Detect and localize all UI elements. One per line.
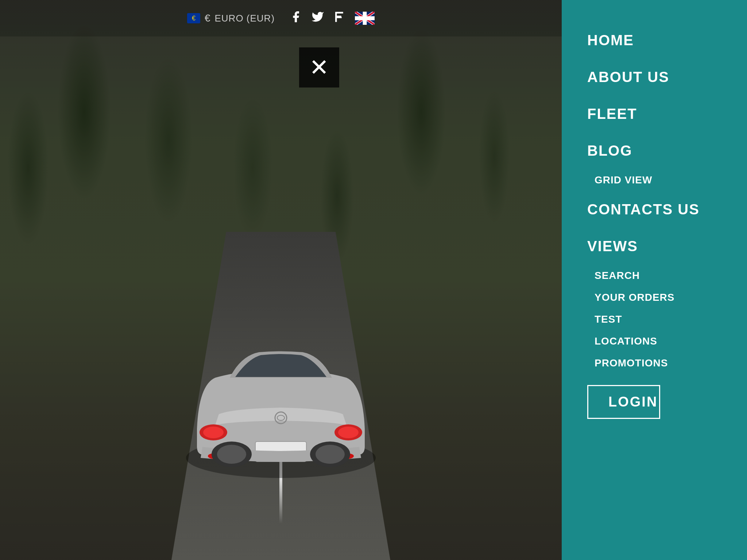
car-image	[168, 312, 394, 487]
facebook-icon[interactable]	[289, 10, 302, 26]
nav-sub-item-locations[interactable]: LOCATIONS	[587, 330, 721, 352]
nav-item-fleet[interactable]: FLEET	[587, 96, 721, 132]
nav-sub-item-grid-view[interactable]: GRID VIEW	[587, 169, 721, 191]
nav-item-about[interactable]: ABOUT US	[587, 59, 721, 96]
page-wrapper: € € EURO (EUR)	[0, 0, 747, 560]
nav-item-blog[interactable]: BLOG	[587, 132, 721, 169]
eu-flag: €	[187, 13, 200, 23]
foursquare-icon[interactable]	[333, 10, 346, 26]
social-icons	[289, 10, 375, 26]
nav-item-contacts[interactable]: CONTACTS US	[587, 191, 721, 228]
nav-item-home[interactable]: HOME	[587, 22, 721, 59]
close-icon: ✕	[309, 56, 329, 79]
top-bar: € € EURO (EUR)	[0, 0, 562, 36]
svg-point-4	[338, 427, 359, 438]
close-button[interactable]: ✕	[299, 47, 339, 88]
nav-sub-item-test[interactable]: TEST	[587, 308, 721, 330]
currency-area[interactable]: € € EURO (EUR)	[187, 12, 275, 24]
euro-symbol: €	[205, 12, 210, 24]
nav-sub-item-search[interactable]: SEARCH	[587, 265, 721, 287]
currency-label: EURO (EUR)	[215, 13, 275, 24]
nav-panel: HOME ABOUT US FLEET BLOG GRID VIEW CONTA…	[562, 0, 747, 560]
twitter-icon[interactable]	[311, 10, 324, 26]
nav-sub-item-your-orders[interactable]: YOUR ORDERS	[587, 287, 721, 308]
login-button[interactable]: LOGIN	[587, 385, 660, 419]
nav-sub-item-promotions[interactable]: PROMOTIONS	[587, 352, 721, 374]
language-flag[interactable]	[355, 12, 375, 25]
svg-point-11	[217, 445, 246, 464]
svg-point-13	[316, 445, 345, 464]
nav-item-views[interactable]: VIEWS	[587, 228, 721, 265]
background-area: € € EURO (EUR)	[0, 0, 562, 560]
svg-point-2	[203, 427, 224, 438]
